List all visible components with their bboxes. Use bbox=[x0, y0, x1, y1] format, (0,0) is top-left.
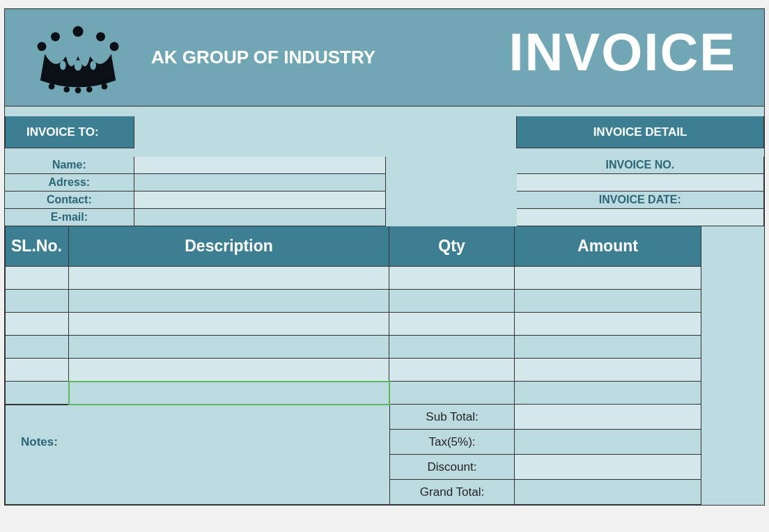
crown-logo bbox=[26, 16, 130, 100]
pad bbox=[701, 405, 764, 430]
cell-qty[interactable] bbox=[389, 359, 515, 382]
pad bbox=[701, 455, 764, 480]
svg-point-10 bbox=[75, 60, 82, 70]
invoice-no-label: INVOICE NO. bbox=[517, 157, 764, 174]
info-row-name: Name: INVOICE NO. bbox=[5, 157, 764, 174]
cell-amount[interactable] bbox=[515, 290, 701, 313]
pad bbox=[701, 226, 764, 267]
table-row bbox=[5, 313, 764, 336]
cell-amount[interactable] bbox=[515, 313, 701, 336]
name-label: Name: bbox=[5, 157, 134, 174]
svg-point-11 bbox=[60, 61, 66, 70]
cell-desc[interactable] bbox=[69, 313, 389, 336]
svg-point-2 bbox=[96, 32, 105, 41]
pad bbox=[701, 480, 764, 505]
svg-point-1 bbox=[51, 32, 60, 41]
subtotal-label: Sub Total: bbox=[389, 405, 515, 430]
cell-qty[interactable] bbox=[389, 313, 515, 336]
gap bbox=[386, 191, 517, 209]
cell-amount[interactable] bbox=[515, 382, 701, 405]
cell-sl[interactable] bbox=[5, 359, 69, 382]
notes-area[interactable] bbox=[5, 455, 389, 480]
col-qty: Qty bbox=[389, 226, 515, 267]
cell-qty[interactable] bbox=[389, 382, 515, 405]
svg-point-4 bbox=[110, 42, 119, 51]
cell-amount[interactable] bbox=[515, 267, 701, 290]
cell-qty[interactable] bbox=[389, 267, 515, 290]
invoice-date-input[interactable] bbox=[517, 209, 764, 226]
svg-point-6 bbox=[63, 86, 70, 93]
cell-sl[interactable] bbox=[5, 290, 69, 313]
grand-total-row: Grand Total: bbox=[5, 480, 764, 505]
svg-point-3 bbox=[38, 42, 47, 51]
cell-desc[interactable] bbox=[69, 336, 389, 359]
invoice-sheet: AK GROUP OF INDUSTRY INVOICE INVOICE TO:… bbox=[4, 8, 765, 506]
svg-point-5 bbox=[49, 83, 55, 89]
invoice-date-label: INVOICE DATE: bbox=[517, 191, 764, 209]
cell-desc[interactable] bbox=[69, 359, 389, 382]
invoice-no-input[interactable] bbox=[517, 174, 764, 191]
header-bar: AK GROUP OF INDUSTRY INVOICE bbox=[5, 9, 764, 107]
company-name: AK GROUP OF INDUSTRY bbox=[151, 47, 375, 68]
pad bbox=[701, 359, 764, 382]
cell-sl[interactable] bbox=[5, 336, 69, 359]
cell-sl[interactable] bbox=[5, 267, 69, 290]
gap bbox=[386, 209, 517, 226]
spacer bbox=[5, 107, 764, 116]
pad bbox=[701, 290, 764, 313]
info-row-email: E-mail: bbox=[5, 209, 764, 226]
pad bbox=[701, 336, 764, 359]
crown-icon bbox=[33, 19, 123, 96]
info-row-address: Adress: bbox=[5, 174, 764, 191]
cell-desc[interactable] bbox=[69, 267, 389, 290]
invoice-to-heading: INVOICE TO: bbox=[5, 116, 134, 148]
items-table-header: SL.No. Description Qty Amount bbox=[5, 226, 764, 267]
svg-point-7 bbox=[75, 87, 81, 93]
notes-label: Notes: bbox=[5, 430, 389, 455]
subtotal-value[interactable] bbox=[515, 405, 701, 430]
cell-qty[interactable] bbox=[389, 336, 515, 359]
notes-area[interactable] bbox=[5, 405, 389, 430]
name-input[interactable] bbox=[134, 157, 386, 174]
svg-point-9 bbox=[102, 83, 108, 89]
invoice-detail-heading: INVOICE DETAIL bbox=[516, 116, 764, 148]
discount-row: Discount: bbox=[5, 455, 764, 480]
spacer bbox=[5, 148, 764, 157]
cell-amount[interactable] bbox=[515, 359, 701, 382]
email-label: E-mail: bbox=[5, 209, 134, 226]
email-input[interactable] bbox=[134, 209, 386, 226]
pad bbox=[701, 430, 764, 455]
table-row bbox=[5, 359, 764, 382]
cell-qty[interactable] bbox=[389, 290, 515, 313]
grand-total-label: Grand Total: bbox=[389, 480, 515, 505]
grand-total-value[interactable] bbox=[515, 480, 701, 505]
gap bbox=[134, 116, 516, 148]
svg-point-0 bbox=[72, 26, 83, 36]
table-row bbox=[5, 290, 764, 313]
tax-label: Tax(5%): bbox=[389, 430, 515, 455]
cell-desc[interactable] bbox=[69, 290, 389, 313]
col-description: Description bbox=[69, 226, 389, 267]
svg-point-12 bbox=[90, 61, 96, 70]
gap bbox=[386, 157, 517, 174]
discount-label: Discount: bbox=[389, 455, 515, 480]
table-row bbox=[5, 267, 764, 290]
document-title: INVOICE bbox=[509, 22, 737, 82]
cell-amount[interactable] bbox=[515, 336, 701, 359]
pad bbox=[701, 313, 764, 336]
info-row-contact: Contact: INVOICE DATE: bbox=[5, 191, 764, 209]
address-input[interactable] bbox=[134, 174, 386, 191]
table-row bbox=[5, 382, 764, 405]
col-slno: SL.No. bbox=[5, 226, 69, 267]
discount-value[interactable] bbox=[515, 455, 701, 480]
cell-desc-selected[interactable] bbox=[69, 382, 389, 405]
cell-sl[interactable] bbox=[5, 382, 69, 405]
pad bbox=[701, 382, 764, 405]
contact-input[interactable] bbox=[134, 191, 386, 209]
tax-value[interactable] bbox=[515, 430, 701, 455]
address-label: Adress: bbox=[5, 174, 134, 191]
svg-point-8 bbox=[86, 86, 93, 93]
cell-sl[interactable] bbox=[5, 313, 69, 336]
pad bbox=[701, 267, 764, 290]
notes-area[interactable] bbox=[5, 480, 389, 505]
